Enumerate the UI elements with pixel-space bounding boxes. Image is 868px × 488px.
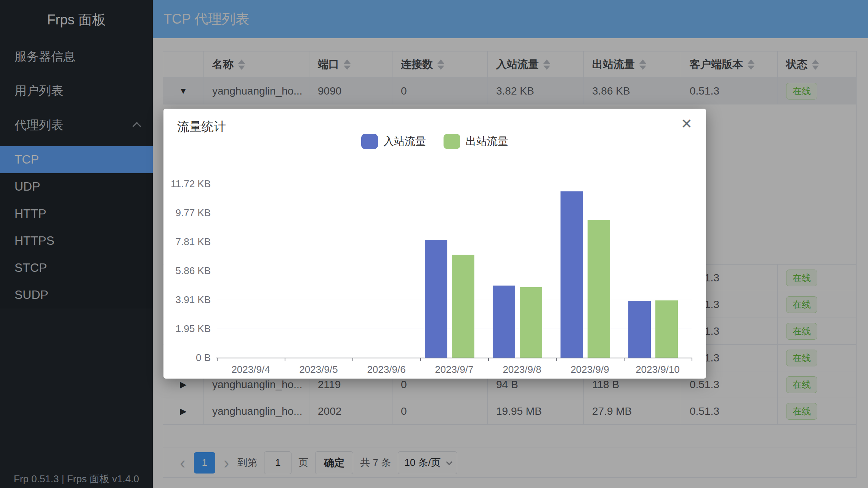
y-axis-tick-label: 0 B [163, 352, 211, 364]
gridline [217, 184, 692, 184]
frps-dashboard: Frps 面板 服务器信息用户列表代理列表 TCPUDPHTTPHTTPSSTC… [0, 0, 868, 488]
y-axis-tick-label: 11.72 KB [163, 178, 211, 190]
x-axis-tick-label: 2023/9/10 [620, 364, 696, 376]
x-axis-tick [556, 358, 557, 361]
x-axis-tick-label: 2023/9/7 [416, 364, 492, 376]
y-axis-tick-label: 3.91 KB [163, 294, 211, 306]
x-axis-tick-label: 2023/9/5 [280, 364, 357, 376]
bar-outbound-2023/9/9 [588, 220, 610, 358]
x-axis-tick [692, 358, 692, 361]
x-axis-tick-label: 2023/9/9 [552, 364, 628, 376]
gridline [217, 242, 692, 242]
x-axis-line [216, 358, 692, 358]
x-axis-tick [285, 358, 285, 361]
bar-inbound-2023/9/7 [425, 240, 447, 358]
x-axis-tick-label: 2023/9/4 [213, 364, 289, 376]
traffic-bar-chart: 0 B1.95 KB3.91 KB5.86 KB7.81 KB9.77 KB11… [163, 109, 706, 379]
bar-inbound-2023/9/8 [493, 286, 515, 358]
bar-inbound-2023/9/9 [561, 191, 583, 358]
x-axis-tick [217, 358, 218, 361]
bar-inbound-2023/9/10 [628, 301, 651, 358]
y-axis-tick-label: 7.81 KB [163, 236, 211, 248]
x-axis-tick [488, 358, 489, 361]
y-axis-tick-label: 9.77 KB [163, 207, 211, 219]
y-axis-tick-label: 5.86 KB [163, 265, 211, 277]
bar-outbound-2023/9/10 [655, 300, 678, 358]
bar-outbound-2023/9/8 [520, 287, 542, 358]
x-axis-tick [352, 358, 353, 361]
x-axis-tick-label: 2023/9/6 [348, 364, 424, 376]
gridline [217, 213, 692, 213]
x-axis-tick [624, 358, 625, 361]
x-axis-tick [420, 358, 421, 361]
x-axis-tick-label: 2023/9/8 [484, 364, 560, 376]
traffic-stats-dialog: 流量统计 ✕ 入站流量出站流量 0 B1.95 KB3.91 KB5.86 KB… [163, 109, 706, 379]
bar-outbound-2023/9/7 [452, 255, 474, 358]
y-axis-tick-label: 1.95 KB [163, 323, 211, 335]
